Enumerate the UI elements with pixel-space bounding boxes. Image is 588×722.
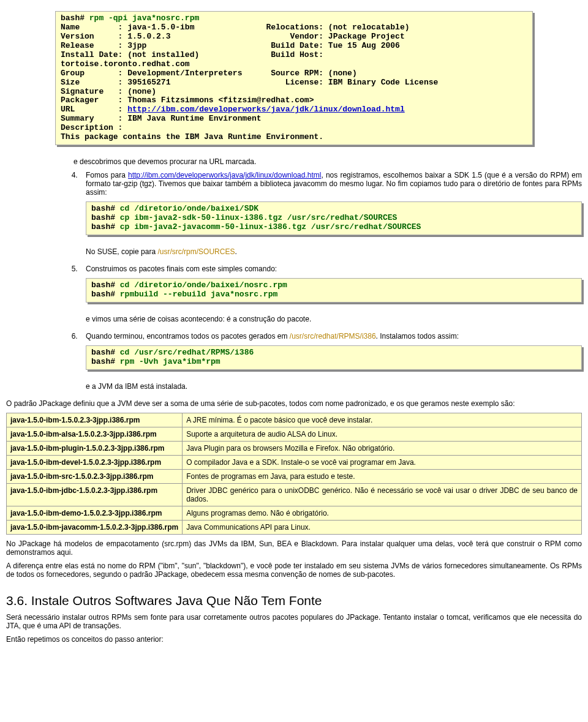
code-block-cp-sdk: bash# cd /diretorio/onde/baixei/SDK bash… — [86, 201, 582, 235]
table-row: java-1.5.0-ibm-jdbc-1.5.0.2.3-3jpp.i386.… — [7, 483, 582, 506]
table-row: java-1.5.0-ibm-src-1.5.0.2.3-3jpp.i386.r… — [7, 469, 582, 483]
table-row: java-1.5.0-ibm-javacomm-1.5.0.2.3-3jpp.i… — [7, 520, 582, 534]
section-3-6-p1: Será necessário instalar outros RPMs sem… — [6, 613, 582, 630]
package-name: java-1.5.0-ibm-javacomm-1.5.0.2.3-3jpp.i… — [7, 520, 183, 534]
step-6: Quando terminou, encontramos todos os pa… — [80, 332, 582, 391]
package-name: java-1.5.0-ibm-alsa-1.5.0.2.3-3jpp.i386.… — [7, 427, 183, 441]
section-3-6-title: 3.6. Instale Outros Softwares Java Que N… — [6, 593, 582, 608]
step4-intro-pre: Fomos para — [86, 171, 128, 179]
section-3-6-p2: Então repetimos os conceitos do passo an… — [6, 635, 582, 644]
step6-tail: e a JVM da IBM está instalada. — [86, 382, 582, 391]
footer-p2: A diferença entre elas está no nome do R… — [6, 562, 582, 579]
packages-intro: O padrão JPackage definiu que a JVM deve… — [6, 399, 582, 408]
package-desc: Java Communications API para Linux. — [183, 520, 582, 534]
ibm-download-link[interactable]: http://ibm.com/developerworks/java/jdk/l… — [128, 171, 321, 179]
table-row: java-1.5.0-ibm-1.5.0.2.3-3jpp.i386.rpmA … — [7, 413, 582, 427]
step4-tail-post: . — [235, 247, 236, 256]
table-row: java-1.5.0-ibm-demo-1.5.0.2.3-3jpp.i386.… — [7, 506, 582, 520]
package-name: java-1.5.0-ibm-src-1.5.0.2.3-3jpp.i386.r… — [7, 469, 183, 483]
package-desc: Alguns programas demo. Não é obrigatório… — [183, 506, 582, 520]
package-name: java-1.5.0-ibm-1.5.0.2.3-3jpp.i386.rpm — [7, 413, 183, 427]
package-desc: O compilador Java e a SDK. Instale-o se … — [183, 455, 582, 469]
table-row: java-1.5.0-ibm-devel-1.5.0.2.3-3jpp.i386… — [7, 455, 582, 469]
code-block-rpm-install: bash# cd /usr/src/redhat/RPMS/i386 bash#… — [86, 345, 582, 370]
step6-intro-pre: Quando terminou, encontramos todos os pa… — [86, 332, 290, 340]
package-name: java-1.5.0-ibm-demo-1.5.0.2.3-3jpp.i386.… — [7, 506, 183, 520]
code-block-rpm-qpi: bash# rpm -qpi java*nosrc.rpm Name : jav… — [55, 11, 533, 145]
package-desc: A JRE mínima. É o pacote básico que você… — [183, 413, 582, 427]
step6-intro-path: /usr/src/redhat/RPMS/i386 — [290, 332, 376, 340]
package-desc: Java Plugin para os browsers Mozilla e F… — [183, 441, 582, 455]
footer-p1: No JPackage há modelos de empacotamento … — [6, 540, 582, 557]
package-desc: Fontes de programas em Java, para estudo… — [183, 469, 582, 483]
step-5: Construimos os pacotes finais com este s… — [80, 265, 582, 323]
code-block-rpmbuild: bash# cd /diretorio/onde/baixei/nosrc.rp… — [86, 278, 582, 303]
step5-intro: Construimos os pacotes finais com este s… — [86, 265, 582, 273]
table-row: java-1.5.0-ibm-plugin-1.5.0.2.3-3jpp.i38… — [7, 441, 582, 455]
packages-table: java-1.5.0-ibm-1.5.0.2.3-3jpp.i386.rpmA … — [6, 413, 582, 535]
package-name: java-1.5.0-ibm-devel-1.5.0.2.3-3jpp.i386… — [7, 455, 183, 469]
package-desc: Suporte a arquitetura de audio ALSA do L… — [183, 427, 582, 441]
step4-tail-pre: No SUSE, copie para — [86, 247, 157, 256]
step5-tail: e vimos uma série de coisas acontecendo:… — [86, 315, 582, 323]
package-desc: Driver JDBC genérico para o unixODBC gen… — [183, 483, 582, 506]
step-4: Fomos para http://ibm.com/developerworks… — [80, 171, 582, 256]
step4-tail-path: /usr/src/rpm/SOURCES — [157, 247, 235, 256]
package-name: java-1.5.0-ibm-plugin-1.5.0.2.3-3jpp.i38… — [7, 441, 183, 455]
table-row: java-1.5.0-ibm-alsa-1.5.0.2.3-3jpp.i386.… — [7, 427, 582, 441]
step3-tail: e descobrimos que devemos procurar na UR… — [74, 157, 582, 166]
step6-intro-post: . Instalamos todos assim: — [376, 332, 459, 340]
package-name: java-1.5.0-ibm-jdbc-1.5.0.2.3-3jpp.i386.… — [7, 483, 183, 506]
